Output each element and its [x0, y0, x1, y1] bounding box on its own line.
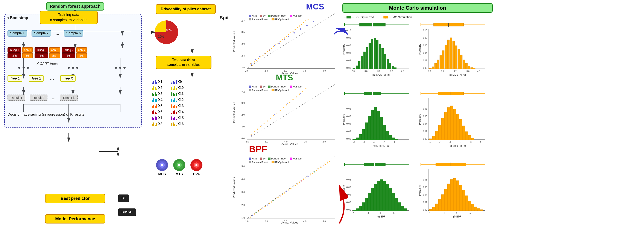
feature-row-1: X1 X9: [151, 80, 226, 84]
svg-point-277: [292, 186, 294, 188]
svg-rect-374: [455, 46, 457, 69]
bpf-title: BPF: [232, 144, 337, 154]
svg-point-266: [269, 203, 270, 204]
svg-text:-5.0: -5.0: [264, 140, 268, 143]
svg-point-156: [258, 58, 259, 59]
svg-rect-403: [359, 134, 362, 140]
svg-rect-480: [383, 181, 386, 211]
svg-text:3.5: 3.5: [303, 69, 306, 72]
feature-row-8: X8 X16: [151, 122, 226, 126]
svg-text:0.00: 0.00: [423, 208, 427, 211]
pie-chart: 80% 20%: [154, 19, 179, 45]
svg-rect-413: [389, 135, 392, 140]
svg-point-274: [286, 191, 287, 192]
feature-table: X1 X9: [151, 80, 226, 128]
svg-text:0.06: 0.06: [423, 115, 427, 118]
svg-rect-409: [377, 111, 380, 140]
svg-text:3.0: 3.0: [284, 69, 287, 72]
chart-b: 0.00 0.02 0.04 0.06 0.08 0.10 Probabilit…: [418, 22, 492, 82]
svg-text:4.0: 4.0: [303, 220, 306, 223]
inbag-group-2: InBag 2 (2/3) oob 2 (1/3): [34, 47, 60, 58]
svg-text:RF-Optimized: RF-Optimized: [274, 18, 289, 21]
svg-rect-98: [171, 116, 172, 120]
mts-label: MTS: [176, 172, 183, 176]
svg-point-258: [252, 215, 253, 216]
svg-rect-84: [174, 105, 175, 108]
svg-point-174: [297, 27, 298, 28]
k-cart-label: K CART trees: [36, 62, 58, 66]
svg-text:3.0: 3.0: [364, 70, 368, 72]
svg-text:0.08: 0.08: [346, 107, 351, 110]
svg-text:SVR: SVR: [262, 157, 268, 160]
svg-point-159: [265, 53, 266, 54]
svg-rect-439: [441, 118, 444, 140]
svg-rect-401: [353, 139, 356, 140]
svg-point-221: [296, 97, 297, 98]
svg-rect-90: [171, 113, 172, 114]
svg-rect-303: [249, 161, 251, 163]
svg-rect-89: [156, 113, 157, 114]
svg-text:0.0: 0.0: [242, 102, 245, 104]
svg-text:Decision Tree: Decision Tree: [271, 15, 286, 17]
svg-rect-107: [172, 122, 174, 126]
svg-point-227: [274, 114, 275, 115]
svg-point-211: [264, 123, 265, 124]
svg-rect-471: [356, 208, 359, 211]
svg-rect-512: [447, 184, 450, 211]
svg-rect-366: [434, 63, 437, 69]
svg-rect-336: [376, 40, 378, 69]
svg-text:3.2: 3.2: [454, 70, 456, 72]
svg-text:4: 4: [380, 212, 381, 214]
svg-rect-479: [380, 179, 383, 211]
svg-rect-508: [435, 204, 438, 211]
svg-point-208: [254, 131, 255, 132]
svg-rect-61: [176, 88, 177, 90]
feature-x8: X8: [151, 122, 168, 126]
svg-rect-72: [155, 99, 156, 102]
svg-rect-474: [365, 198, 368, 211]
svg-text:2.6: 2.6: [245, 69, 248, 72]
svg-point-292: [325, 164, 326, 165]
svg-point-169: [286, 36, 287, 37]
bpf-scatter-svg: Actual Values Predicted Values 1.0 2.0 3…: [232, 154, 337, 225]
svg-rect-71: [153, 98, 154, 102]
target-bpf: BPF: [190, 159, 203, 176]
svg-rect-58: [171, 87, 172, 90]
feature-x2: X2: [151, 86, 168, 90]
svg-point-222: [299, 94, 300, 95]
svg-text:Predicted Values: Predicted Values: [232, 177, 236, 198]
svg-rect-297: [260, 157, 262, 160]
svg-rect-337: [379, 44, 381, 69]
svg-rect-381: [473, 68, 475, 69]
svg-rect-476: [371, 188, 374, 211]
svg-rect-408: [374, 107, 377, 140]
svg-point-160: [267, 51, 268, 53]
tree1-box: Tree 1: [8, 75, 22, 82]
treek-box: Tree K: [60, 75, 76, 82]
feature-row-5: X5 X13: [151, 104, 226, 108]
svg-rect-60: [174, 86, 175, 90]
svg-text:Random Forest: Random Forest: [252, 161, 268, 164]
svg-point-165: [278, 43, 279, 44]
svg-rect-380: [470, 68, 473, 69]
svg-rect-509: [438, 199, 441, 211]
svg-rect-487: [404, 208, 407, 211]
mts-scatter-svg: Actual Values Predicted Values -6.0 -4.0…: [232, 82, 337, 147]
svg-text:0: 0: [470, 141, 472, 143]
svg-rect-329: [358, 61, 360, 69]
svg-text:0.04: 0.04: [423, 52, 427, 54]
svg-point-269: [276, 198, 276, 200]
svg-rect-482: [389, 188, 392, 211]
result2-box: Result 2: [30, 95, 48, 101]
svg-rect-335: [374, 38, 376, 69]
svg-rect-74: [171, 99, 172, 102]
svg-point-224: [306, 88, 306, 89]
mts-scatter-container: MTS Actual Values Predicted Values -6.0 …: [232, 73, 337, 144]
feature-x15: X15: [171, 116, 188, 120]
dataset-box: Driveability of piles dataset: [156, 4, 216, 14]
svg-point-149: [300, 28, 301, 30]
svg-point-267: [271, 202, 272, 203]
training-data-box: Training data n samples, m variables: [40, 11, 98, 24]
svg-text:-4: -4: [430, 141, 432, 143]
mc-legend: RF-Optimized MC Simulation: [344, 15, 412, 19]
